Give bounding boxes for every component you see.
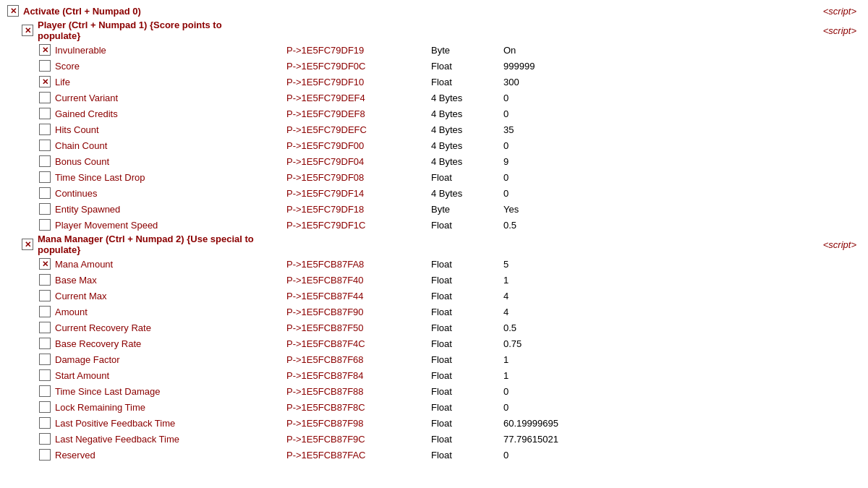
checkbox[interactable] xyxy=(39,258,51,270)
checkbox-wrapper[interactable] xyxy=(38,186,52,200)
entry-address: P->1E5FC79DF19 xyxy=(286,45,431,56)
checkbox[interactable] xyxy=(39,369,51,381)
entry-value[interactable]: 9 xyxy=(503,156,868,167)
entry-address: P->1E5FC79DEF8 xyxy=(286,108,431,119)
checkbox[interactable] xyxy=(39,385,51,397)
checkbox-wrapper[interactable] xyxy=(20,237,35,252)
entry-type: Float xyxy=(431,77,503,87)
entry-value[interactable]: 0.75 xyxy=(503,338,868,349)
checkbox[interactable] xyxy=(22,239,33,250)
checkbox-wrapper[interactable] xyxy=(38,368,52,382)
table-row: ContinuesP->1E5FC79DF144 Bytes0 xyxy=(0,185,868,201)
table-row: Last Positive Feedback TimeP->1E5FCB87F9… xyxy=(0,415,868,431)
entry-value[interactable]: 0 xyxy=(503,450,868,461)
entry-value[interactable]: 0 xyxy=(503,402,868,413)
entry-value[interactable]: 35 xyxy=(503,124,868,135)
entry-value[interactable]: 4 xyxy=(503,307,868,317)
checkbox-wrapper[interactable] xyxy=(38,122,52,137)
entry-label: Amount xyxy=(55,307,286,317)
checkbox-wrapper[interactable] xyxy=(38,106,52,121)
entry-value[interactable]: 0 xyxy=(503,188,868,199)
entry-value[interactable]: 0.5 xyxy=(503,322,868,333)
checkbox[interactable] xyxy=(39,187,51,199)
main-container: Activate (Ctrl + Numpad 0)<script>Player… xyxy=(0,0,868,488)
checkbox[interactable] xyxy=(39,401,51,413)
checkbox-wrapper[interactable] xyxy=(38,400,52,414)
checkbox-wrapper[interactable] xyxy=(38,352,52,367)
checkbox[interactable] xyxy=(39,322,51,333)
entry-value[interactable]: 4 xyxy=(503,291,868,301)
checkbox-wrapper[interactable] xyxy=(6,4,20,18)
checkbox[interactable] xyxy=(39,203,51,215)
entry-type: Float xyxy=(431,386,503,397)
entry-value[interactable]: 1 xyxy=(503,370,868,381)
entry-value[interactable]: 60.19999695 xyxy=(503,418,868,429)
checkbox-wrapper[interactable] xyxy=(38,218,52,232)
entry-value[interactable]: 77.79615021 xyxy=(503,434,868,445)
entry-label: Time Since Last Drop xyxy=(55,172,286,183)
checkbox-wrapper[interactable] xyxy=(38,170,52,184)
checkbox-wrapper[interactable] xyxy=(38,154,52,168)
checkbox[interactable] xyxy=(39,140,51,151)
entry-value[interactable]: 0 xyxy=(503,93,868,103)
checkbox-wrapper[interactable] xyxy=(38,288,52,303)
checkbox[interactable] xyxy=(39,449,51,461)
entry-value[interactable]: 0 xyxy=(503,140,868,151)
table-row: Mana Manager (Ctrl + Numpad 2) {Use spec… xyxy=(0,233,868,256)
entry-type: Float xyxy=(431,450,503,461)
entry-value[interactable]: 0 xyxy=(503,172,868,183)
checkbox-wrapper[interactable] xyxy=(38,202,52,216)
entry-value[interactable]: Yes xyxy=(503,204,868,215)
checkbox[interactable] xyxy=(39,44,51,56)
table-row: Entity SpawnedP->1E5FC79DF18ByteYes xyxy=(0,201,868,217)
entry-value[interactable]: 0.5 xyxy=(503,220,868,231)
entry-value[interactable]: On xyxy=(503,45,868,56)
checkbox-wrapper[interactable] xyxy=(38,432,52,446)
checkbox-wrapper[interactable] xyxy=(38,384,52,398)
checkbox-wrapper[interactable] xyxy=(38,43,52,57)
checkbox[interactable] xyxy=(39,155,51,167)
checkbox[interactable] xyxy=(39,171,51,183)
entry-value[interactable]: 5 xyxy=(503,259,868,270)
checkbox-wrapper[interactable] xyxy=(38,336,52,351)
entry-label: Lock Remaining Time xyxy=(55,402,286,413)
entry-value[interactable]: 300 xyxy=(503,77,868,87)
checkbox[interactable] xyxy=(39,290,51,301)
checkbox[interactable] xyxy=(39,417,51,429)
checkbox[interactable] xyxy=(39,92,51,103)
checkbox-wrapper[interactable] xyxy=(38,273,52,287)
table-row: Damage FactorP->1E5FCB87F68Float1 xyxy=(0,351,868,367)
checkbox[interactable] xyxy=(39,433,51,445)
checkbox-wrapper[interactable] xyxy=(38,304,52,319)
checkbox[interactable] xyxy=(39,76,51,87)
entry-label: Entity Spawned xyxy=(55,204,286,215)
checkbox[interactable] xyxy=(39,338,51,349)
entry-value[interactable]: 0 xyxy=(503,386,868,397)
checkbox[interactable] xyxy=(39,274,51,286)
checkbox-wrapper[interactable] xyxy=(38,257,52,271)
checkbox-wrapper[interactable] xyxy=(38,138,52,153)
entry-value[interactable]: 999999 xyxy=(503,61,868,72)
checkbox-wrapper[interactable] xyxy=(20,23,35,38)
table-row: Player Movement SpeedP->1E5FC79DF1CFloat… xyxy=(0,217,868,233)
checkbox-wrapper[interactable] xyxy=(38,90,52,105)
entry-value[interactable]: 1 xyxy=(503,275,868,286)
checkbox[interactable] xyxy=(39,108,51,119)
entry-value[interactable]: 1 xyxy=(503,354,868,365)
checkbox[interactable] xyxy=(22,25,33,36)
checkbox-wrapper[interactable] xyxy=(38,416,52,430)
checkbox-wrapper[interactable] xyxy=(38,448,52,462)
table-row: Gained CreditsP->1E5FC79DEF84 Bytes0 xyxy=(0,106,868,121)
entry-address: P->1E5FCB87F9C xyxy=(286,434,431,445)
checkbox-wrapper[interactable] xyxy=(38,59,52,73)
checkbox[interactable] xyxy=(39,354,51,365)
checkbox[interactable] xyxy=(39,306,51,317)
checkbox[interactable] xyxy=(39,219,51,231)
checkbox[interactable] xyxy=(7,5,19,17)
table-row: Last Negative Feedback TimeP->1E5FCB87F9… xyxy=(0,431,868,447)
checkbox[interactable] xyxy=(39,60,51,72)
checkbox[interactable] xyxy=(39,124,51,135)
entry-value[interactable]: 0 xyxy=(503,108,868,119)
checkbox-wrapper[interactable] xyxy=(38,74,52,89)
checkbox-wrapper[interactable] xyxy=(38,320,52,335)
